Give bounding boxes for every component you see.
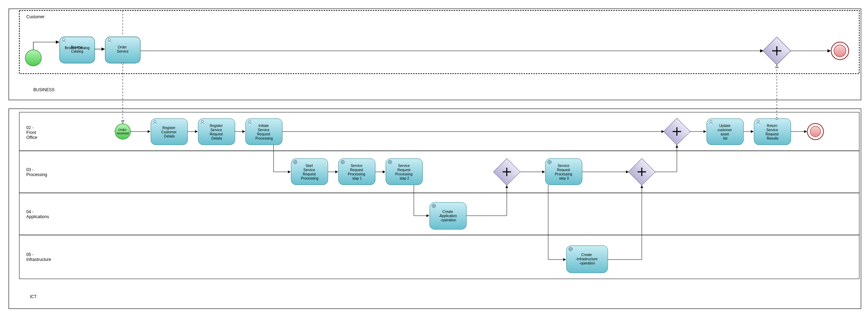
- lane-processing: 03 - Processing 03 - Processing Start Se…: [0, 0, 859, 193]
- svg-text:05 -
        Infrastructure: 05 - Infrastructure: [26, 252, 51, 262]
- flow: [608, 186, 642, 260]
- flow: [274, 145, 290, 172]
- svg-point-45: [810, 126, 821, 137]
- flow: [548, 185, 566, 260]
- pool-label-ict: ICT: [30, 294, 37, 299]
- pool-business: BUSINESS Customer Feels Need Browse Cata…: [0, 0, 861, 100]
- svg-text:04 -
        Applications: 04 - Applications: [26, 209, 49, 219]
- lane-front-office: 02 - Front Office 02 - Front Office Orde…: [0, 0, 859, 151]
- svg-text:Order
          received: Order received: [117, 128, 129, 135]
- svg-rect-66: [19, 235, 859, 279]
- svg-point-25: [834, 45, 846, 57]
- task-start-service-request-processing[interactable]: Start Service Request Processing: [291, 159, 328, 185]
- task-register-customer-details[interactable]: Register Customer Details: [151, 119, 188, 145]
- task-create-infrastructure-operation[interactable]: Create -Infrastructure -operation: [566, 246, 608, 273]
- task-browse-catalog[interactable]: Browse Catalog Browse Catalog: [60, 37, 95, 63]
- task-service-request-processing-step3[interactable]: Service Request Processing step 3: [545, 159, 582, 185]
- task-service-request-processing-step1[interactable]: Service Request Processing stap 1: [338, 159, 375, 185]
- flow: [414, 185, 429, 216]
- pool-label-business: BUSINESS: [33, 87, 55, 92]
- task-return-service-request-results[interactable]: Return Service Request Results: [754, 119, 791, 145]
- lane-label-customer: Customer: [26, 14, 45, 19]
- start-event-order-received[interactable]: Order received: [115, 124, 130, 139]
- lane-customer: Customer Feels Need Browse Catalog Brows…: [0, 0, 859, 74]
- gateway-processing-split[interactable]: [493, 159, 520, 185]
- svg-text:Order
          Service: Order Service: [117, 45, 129, 53]
- gateway-processing-merge[interactable]: [628, 159, 655, 185]
- svg-text:03 -
        Processing: 03 - Processing: [26, 167, 47, 177]
- lane-applications: 04 - Applications 04 - Applications Crea…: [0, 0, 859, 235]
- task-order-service[interactable]: Order Service: [105, 37, 140, 63]
- svg-rect-13: [19, 11, 859, 74]
- gateway-customer-merge[interactable]: [763, 37, 790, 65]
- gateway-front-office-merge[interactable]: [664, 118, 690, 145]
- flow: [33, 42, 59, 50]
- svg-text:Browse
          Catalog: Browse Catalog: [71, 45, 83, 53]
- task-service-request-processing-step2[interactable]: Service Request Processing stap 2: [386, 159, 423, 185]
- bpmn-diagram: BUSINESS Customer Feels Need Browse Cata…: [0, 0, 868, 316]
- flow: [655, 145, 677, 172]
- svg-text:Register
          Service
   : Register Service Request Details: [210, 124, 224, 140]
- end-event-customer[interactable]: [831, 42, 849, 60]
- svg-text:02 -
        Front
        Off: 02 - Front Office: [26, 125, 37, 140]
- task-create-application-operation[interactable]: Create -Application -operation: [430, 202, 466, 229]
- flow: [466, 186, 507, 216]
- task-register-service-request-details[interactable]: Register Service Request Details: [198, 119, 235, 145]
- task-update-customer-asset-list[interactable]: Update customer asset list: [707, 119, 743, 145]
- svg-point-14: [25, 50, 41, 66]
- start-event-feels-need[interactable]: Feels Need: [0, 0, 41, 66]
- end-event-ict[interactable]: [807, 123, 823, 140]
- task-initiate-service-request-processing[interactable]: Initiate Service Request Processing: [245, 119, 282, 145]
- svg-text:Feels Need: Feels Need: [0, 0, 8, 1]
- svg-rect-46: [19, 151, 859, 193]
- svg-text:Return
          Service
     : Return Service Request Results: [766, 124, 780, 140]
